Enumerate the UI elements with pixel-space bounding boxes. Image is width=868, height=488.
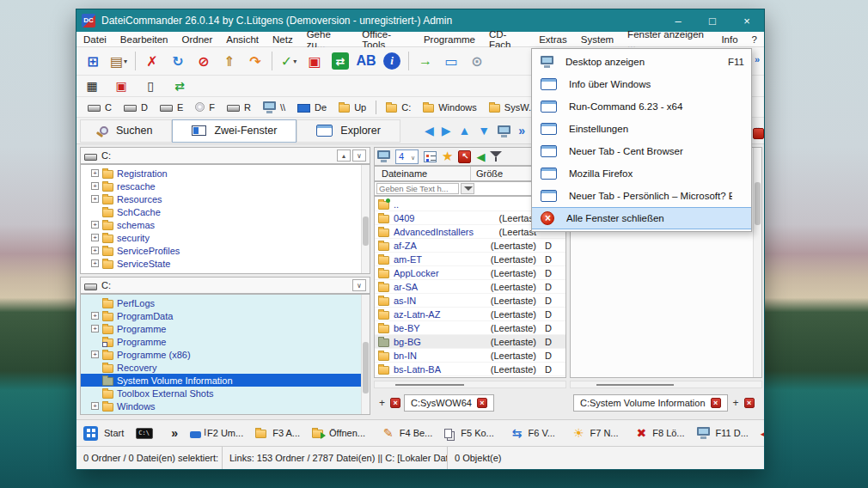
chevrons-icon[interactable]: » [518,123,525,138]
sync-icon[interactable]: ⇄ [169,77,190,95]
expander-icon[interactable] [91,312,99,320]
tab-zwei-fenster[interactable]: Zwei-Fenster [172,119,296,143]
tree-item[interactable]: ServiceState [81,257,370,270]
exit-button[interactable]: F9 [761,428,764,439]
bn-IN[interactable]: bn-IN (Leertaste) D [375,349,565,363]
tree-item[interactable]: Toolbox External Shots [81,387,370,400]
maximize-panes-icon[interactable]: ⊞ [80,49,106,73]
separator[interactable] [268,49,276,73]
tree-item[interactable]: ServiceProfiles [81,244,370,257]
new-button[interactable]: ☀ F7 N... [567,426,619,440]
path-c[interactable]: C: [382,102,415,113]
filter-funnel-icon[interactable] [461,183,474,194]
menu-info-windows[interactable]: Info über Windows [532,73,751,95]
menubar-item[interactable]: CD-Fach [482,29,532,50]
column-groesse[interactable]: Größe [471,167,536,180]
go-next-icon[interactable]: → [413,49,438,73]
start-button[interactable]: Start [83,426,124,441]
forward-icon[interactable]: ▶ [442,123,451,138]
tree-item[interactable]: Resources [81,192,370,205]
menu-run-command[interactable]: Run-Command 6.23 - x64 [532,95,751,118]
panel-desktop-icon[interactable] [377,150,390,159]
drive-f[interactable]: F [191,102,219,113]
tree-item[interactable]: SchCache [81,205,370,218]
drive-c[interactable]: C [83,102,116,113]
menubar-item[interactable]: ? [745,34,764,45]
console-button[interactable] [136,428,153,439]
close-tab-icon[interactable] [711,398,721,408]
unpack-icon[interactable]: ⇑ [217,49,242,73]
toolbar-overflow-icon[interactable]: » [755,54,760,64]
tree-item[interactable]: Registration [81,167,370,180]
tab-explorer[interactable]: Explorer [296,119,400,143]
phone-icon[interactable]: ▯ [140,77,161,95]
menu-desktop-anzeigen[interactable]: Desktop anzeigen F11 [532,51,751,73]
folder-up-item[interactable]: Up [334,102,370,113]
tree-bottom-scrollbar[interactable] [361,295,370,414]
expander-icon[interactable] [91,221,99,229]
panel-filter-icon[interactable] [753,128,764,139]
expander-icon[interactable] [91,351,99,358]
tree-collapse-button[interactable]: ▴ [337,149,351,162]
drive-r[interactable]: R [223,102,255,113]
panel-tab[interactable]: C:System Volume Information [573,394,728,412]
rename-ab-icon[interactable]: AB [353,49,379,73]
file-list-hscrollbar[interactable] [374,381,566,388]
ar-SA[interactable]: ar-SA (Leertaste) D [375,280,565,294]
tree-item[interactable]: Programme [81,322,370,335]
swap-panels-icon[interactable]: ⇄ [327,49,353,73]
tree-dropdown-button[interactable]: ∨ [352,149,366,162]
expander-icon[interactable] [91,247,99,254]
move-button[interactable]: ⇆ F6 V... [506,426,555,440]
open-button[interactable]: Öffnen... [312,428,365,438]
delete-icon[interactable]: ✗ [139,49,165,73]
tree-top-header[interactable]: C: ▴ ∨ [80,147,370,164]
tree-item[interactable]: System Volume Information [81,374,370,387]
add-tab-button[interactable]: + [731,397,741,409]
menubar-item[interactable]: Fenster anzeigen ... [620,29,714,50]
rename-button[interactable]: F2 Um... [190,428,243,438]
tree-item[interactable]: Windows [81,400,370,412]
tree-item[interactable]: PerfLogs [81,296,370,309]
close-tab-icon[interactable] [744,398,755,408]
expander-icon[interactable] [91,234,99,241]
right-panel-hscrollbar[interactable] [570,381,762,388]
menu-edge[interactable]: Neuer Tab - Persönlich – Microsoft? Edge [532,185,751,207]
more-chevrons[interactable]: » [165,426,178,440]
filter-icon[interactable] [490,150,503,162]
close-tab-icon[interactable] [390,398,400,408]
desktop-button[interactable]: F11 D... [697,427,749,439]
tab-suchen[interactable]: Suchen [80,119,172,143]
tv-icon[interactable]: ▣ [111,77,131,95]
panel-tab[interactable]: C:SysWOW64 [404,394,494,412]
menubar-item[interactable]: System [574,34,620,45]
separator[interactable] [131,49,139,73]
refresh-icon[interactable]: ↻ [165,49,191,73]
expander-icon[interactable] [91,195,99,203]
column-dateiname[interactable]: Dateiname [375,167,471,180]
right-panel-scrollbar[interactable] [753,148,761,377]
tree-item[interactable]: security [81,231,370,244]
edit-button[interactable]: ✎ F4 Be... [377,426,432,440]
as-IN[interactable]: as-IN (Leertaste) D [375,294,565,308]
back-green-icon[interactable] [476,149,485,164]
copy-button[interactable]: F5 Ko... [444,428,494,438]
confirm-icon[interactable]: ✓ [276,49,302,73]
back-icon[interactable]: ◀ [425,123,434,138]
columns-icon[interactable] [424,151,437,162]
menubar-item[interactable]: Info [714,34,744,45]
menubar-item[interactable]: Extras [532,34,574,45]
file-row[interactable] [375,376,565,378]
separator[interactable] [376,101,376,114]
add-tab-button[interactable]: + [377,397,387,409]
az-Latn-AZ[interactable]: az-Latn-AZ (Leertaste) D [375,308,565,321]
history-clock-icon[interactable]: ⊙ [464,49,490,73]
expander-icon[interactable] [91,169,99,177]
be-BY[interactable]: be-BY (Leertaste) D [375,321,565,335]
attributes-button[interactable]: F3 A... [255,428,300,438]
close-tab-icon[interactable] [477,398,487,408]
menubar-item[interactable]: Office-Tools [355,29,417,50]
tree-bottom-header[interactable]: C: ∨ [80,277,370,294]
pack-icon[interactable]: ↷ [242,49,268,73]
tree-item[interactable]: Programme [81,335,370,348]
